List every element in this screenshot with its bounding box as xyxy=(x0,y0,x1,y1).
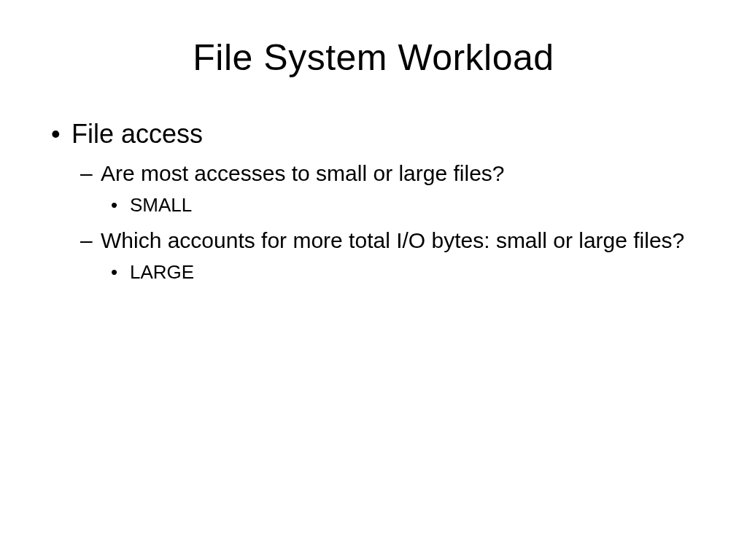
bullet-item-answer1: SMALL xyxy=(130,193,696,217)
bullet-list-level3: LARGE xyxy=(101,260,696,284)
slide-title: File System Workload xyxy=(51,36,696,79)
bullet-text: SMALL xyxy=(130,194,192,216)
bullet-text: File access xyxy=(71,119,203,149)
bullet-item-file-access: File access Are most accesses to small o… xyxy=(71,119,696,284)
bullet-text: Are most accesses to small or large file… xyxy=(101,161,505,185)
bullet-item-question1: Are most accesses to small or large file… xyxy=(101,160,696,217)
bullet-text: LARGE xyxy=(130,261,194,283)
bullet-text: Which accounts for more total I/O bytes:… xyxy=(101,228,684,252)
bullet-item-question2: Which accounts for more total I/O bytes:… xyxy=(101,227,696,284)
bullet-list-level1: File access Are most accesses to small o… xyxy=(51,119,696,284)
slide-container: File System Workload File access Are mos… xyxy=(0,0,747,560)
bullet-list-level3: SMALL xyxy=(101,193,696,217)
bullet-item-answer2: LARGE xyxy=(130,260,696,284)
bullet-list-level2: Are most accesses to small or large file… xyxy=(71,160,696,284)
